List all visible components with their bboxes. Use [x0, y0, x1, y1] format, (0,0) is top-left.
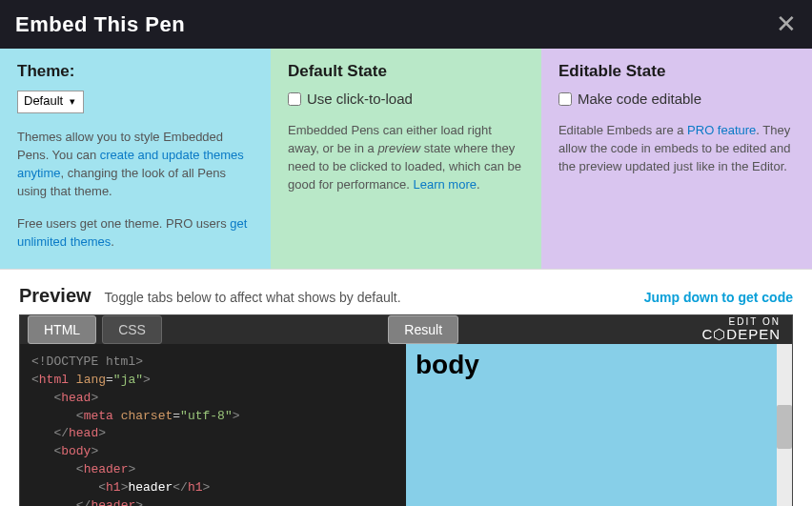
tab-result[interactable]: Result: [388, 315, 458, 344]
tab-group-2: Result: [388, 315, 458, 344]
result-body-text: body: [416, 350, 782, 380]
theme-panel: Theme: Default Themes allow you to style…: [0, 49, 271, 269]
tab-group: HTML CSS: [28, 315, 162, 344]
theme-select-wrap[interactable]: Default: [17, 91, 84, 113]
scrollbar[interactable]: [777, 344, 792, 506]
tab-html[interactable]: HTML: [28, 315, 96, 344]
pro-feature-link[interactable]: PRO feature: [687, 123, 756, 137]
editable-state-heading: Editable State: [558, 62, 795, 81]
result-pane: body: [406, 344, 792, 506]
modal-title: Embed This Pen: [15, 12, 185, 37]
click-to-load-checkbox[interactable]: [288, 92, 301, 106]
click-to-load-label: Use click-to-load: [307, 91, 413, 107]
scroll-thumb[interactable]: [777, 405, 792, 449]
codepen-logo[interactable]: EDIT ON C⬡DEPEN: [701, 316, 784, 343]
editable-state-panel: Editable State Make code editable Editab…: [541, 49, 812, 269]
click-to-load-row[interactable]: Use click-to-load: [288, 91, 524, 107]
options-row: Theme: Default Themes allow you to style…: [0, 49, 812, 270]
editable-row[interactable]: Make code editable: [558, 91, 795, 107]
theme-heading: Theme:: [17, 62, 254, 81]
modal-header: Embed This Pen ✕: [0, 0, 812, 49]
embed-tabs-bar: HTML CSS Result EDIT ON C⬡DEPEN: [20, 315, 792, 344]
default-state-heading: Default State: [288, 62, 524, 81]
logo-main: C⬡DEPEN: [701, 327, 781, 343]
jump-to-code-link[interactable]: Jump down to get code: [644, 290, 793, 305]
default-state-desc: Embedded Pens can either load right away…: [288, 122, 524, 193]
default-state-panel: Default State Use click-to-load Embedded…: [271, 49, 541, 269]
code-pane: <!DOCTYPE html> <html lang="ja"> <head> …: [20, 344, 406, 506]
learn-more-link[interactable]: Learn more: [414, 177, 477, 192]
theme-desc-1: Themes allow you to style Embedded Pens.…: [17, 129, 254, 200]
preview-subtitle: Toggle tabs below to affect what shows b…: [105, 290, 401, 305]
editable-label: Make code editable: [578, 91, 701, 107]
preview-title: Preview: [19, 285, 91, 307]
embed-body: <!DOCTYPE html> <html lang="ja"> <head> …: [20, 344, 792, 506]
editable-desc: Editable Embeds are a PRO feature. They …: [558, 122, 795, 176]
close-icon[interactable]: ✕: [776, 10, 797, 39]
theme-select[interactable]: Default: [18, 91, 83, 110]
theme-desc-2: Free users get one theme. PRO users get …: [17, 215, 254, 252]
tab-css[interactable]: CSS: [102, 315, 162, 344]
editable-checkbox[interactable]: [558, 92, 572, 106]
embed-preview: HTML CSS Result EDIT ON C⬡DEPEN <!DOCTYP…: [19, 314, 793, 506]
preview-bar: Preview Toggle tabs below to affect what…: [0, 270, 812, 314]
